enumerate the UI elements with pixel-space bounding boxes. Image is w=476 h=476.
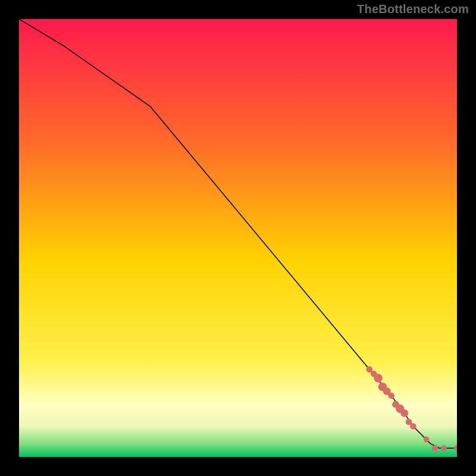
- data-point: [388, 393, 394, 399]
- data-point: [410, 423, 416, 430]
- data-point: [432, 445, 439, 452]
- chart-svg: [19, 19, 457, 457]
- data-point: [441, 446, 447, 452]
- plot-area: [19, 19, 457, 457]
- data-point: [400, 409, 408, 417]
- gradient-background: [19, 19, 457, 457]
- data-point: [374, 374, 382, 382]
- chart-stage: TheBottleneck.com: [0, 0, 476, 476]
- data-point: [424, 437, 430, 443]
- watermark-text: TheBottleneck.com: [357, 2, 469, 16]
